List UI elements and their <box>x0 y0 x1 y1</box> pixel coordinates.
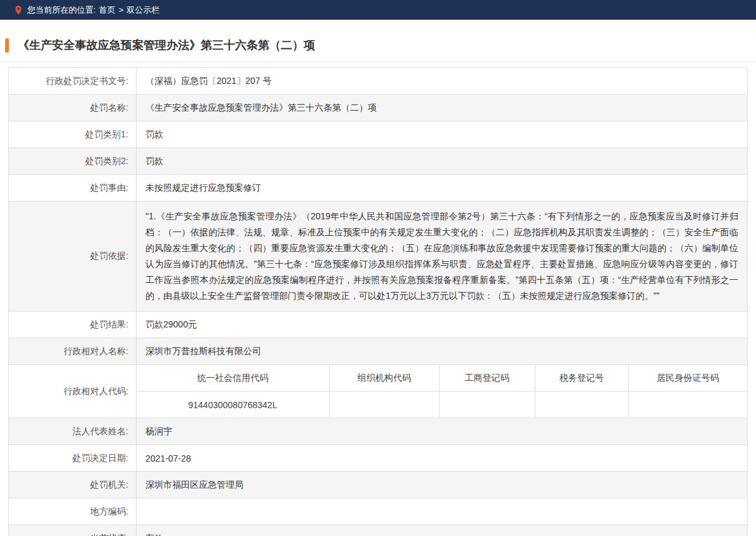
codes-header-tax-reg: 税务登记号 <box>535 365 628 391</box>
row-label: 处罚事由: <box>9 175 136 201</box>
penalty-detail-table: 行政处罚决定书文号: （深福）应急罚〔2021〕207 号 处罚名称: 《生产安… <box>8 67 748 536</box>
map-pin-icon <box>14 5 23 15</box>
row-value: 深圳市福田区应急管理局 <box>136 472 747 498</box>
table-row-penalty-authority: 处罚机关: 深圳市福田区应急管理局 <box>9 472 747 498</box>
codes-value-credit-code: 91440300080768342L <box>137 392 329 418</box>
row-label: 处罚类别1: <box>9 121 136 148</box>
title-accent-bar <box>5 38 9 53</box>
row-label: 行政处罚决定书文号: <box>9 68 136 94</box>
table-row-decision-date: 处罚决定日期: 2021-07-28 <box>9 445 747 472</box>
table-row-penalty-result: 处罚结果: 罚款29000元 <box>9 312 747 338</box>
table-row-penalty-category-2: 处罚类别2: 罚款 <box>9 148 747 175</box>
row-label: 处罚类别2: <box>9 148 136 174</box>
codes-header-business-reg: 工商登记码 <box>439 365 535 391</box>
row-label: 处罚结果: <box>9 312 136 338</box>
table-row-legal-representative: 法人代表姓名: 杨润宇 <box>9 418 747 445</box>
table-row-counterpart-codes: 行政相对人代码: 统一社会信用代码 组织机构代码 工商登记码 税务登记号 居民身… <box>9 365 747 418</box>
breadcrumb-link-current[interactable]: 双公示栏 <box>126 4 159 16</box>
codes-cell: 统一社会信用代码 组织机构代码 工商登记码 税务登记号 居民身份证号码 9144… <box>136 365 747 418</box>
row-value: 深圳市万普拉斯科技有限公司 <box>136 338 747 364</box>
table-row-penalty-reason: 处罚事由: 未按照规定进行应急预案修订 <box>9 175 747 202</box>
row-value: 2021-07-28 <box>136 445 747 471</box>
row-value: 罚款 <box>136 121 747 148</box>
codes-header-row: 统一社会信用代码 组织机构代码 工商登记码 税务登记号 居民身份证号码 <box>137 365 747 392</box>
row-label: 处罚决定日期: <box>9 445 136 471</box>
breadcrumb-bar: 您当前所在的位置: 首页 > 双公示栏 <box>0 0 756 20</box>
table-row-penalty-category-1: 处罚类别1: 罚款 <box>9 121 747 148</box>
row-label: 处罚名称: <box>9 95 136 121</box>
codes-value-tax-reg <box>535 392 628 418</box>
row-value: 杨润宇 <box>136 418 747 444</box>
row-value: 罚款 <box>136 148 747 174</box>
table-row-penalty-name: 处罚名称: 《生产安全事故应急预案管理办法》第三十六条第（二）项 <box>9 95 747 121</box>
page-title: 《生产安全事故应急预案管理办法》第三十六条第（二）项 <box>18 38 756 53</box>
table-row-local-code: 地方编码: <box>9 498 747 525</box>
table-row-penalty-basis: 处罚依据: "1.《生产安全事故应急预案管理办法》（2019年中华人民共和国应急… <box>9 202 747 312</box>
breadcrumb-separator: > <box>119 5 124 15</box>
codes-header-id-number: 居民身份证号码 <box>628 365 747 391</box>
codes-table: 统一社会信用代码 组织机构代码 工商登记码 税务登记号 居民身份证号码 9144… <box>137 365 747 418</box>
breadcrumb: 您当前所在的位置: 首页 > 双公示栏 <box>27 4 159 16</box>
row-label: 当前状态: <box>9 525 136 536</box>
row-value: 有效 <box>136 525 747 536</box>
row-value: （深福）应急罚〔2021〕207 号 <box>136 68 747 94</box>
codes-header-credit-code: 统一社会信用代码 <box>137 365 329 391</box>
row-value: 《生产安全事故应急预案管理办法》第三十六条第（二）项 <box>136 95 747 121</box>
row-value: 罚款29000元 <box>136 312 747 338</box>
title-section: 《生产安全事故应急预案管理办法》第三十六条第（二）项 <box>0 20 756 62</box>
breadcrumb-prefix: 您当前所在的位置: <box>27 4 96 16</box>
codes-header-org-code: 组织机构代码 <box>329 365 439 391</box>
codes-value-row: 91440300080768342L <box>137 392 747 418</box>
row-label: 地方编码: <box>9 498 136 525</box>
codes-value-org-code <box>329 392 439 418</box>
table-row-counterpart-name: 行政相对人名称: 深圳市万普拉斯科技有限公司 <box>9 338 747 365</box>
row-value: "1.《生产安全事故应急预案管理办法》（2019年中华人民共和国应急管理部令第2… <box>136 202 747 311</box>
row-value: 未按照规定进行应急预案修订 <box>136 175 747 201</box>
table-row-current-status: 当前状态: 有效 <box>9 525 747 536</box>
row-label: 行政相对人名称: <box>9 338 136 364</box>
table-row-document-number: 行政处罚决定书文号: （深福）应急罚〔2021〕207 号 <box>9 68 747 95</box>
row-label: 处罚机关: <box>9 472 136 498</box>
codes-value-id-number <box>628 392 747 418</box>
breadcrumb-link-home[interactable]: 首页 <box>99 4 116 16</box>
row-label: 法人代表姓名: <box>9 418 136 444</box>
row-label: 处罚依据: <box>9 202 136 311</box>
codes-value-business-reg <box>439 392 535 418</box>
row-label: 行政相对人代码: <box>9 365 136 418</box>
row-value <box>136 498 747 525</box>
